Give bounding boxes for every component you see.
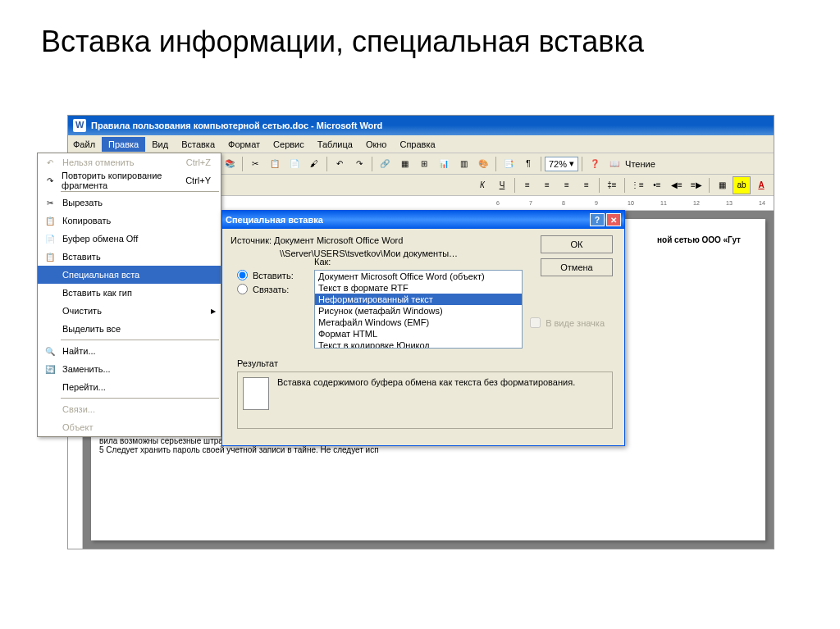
indent-inc-icon[interactable]: ≡▶ <box>687 176 705 194</box>
zoom-combo[interactable]: 72% ▾ <box>545 157 578 171</box>
excel-icon[interactable]: 📊 <box>435 155 453 173</box>
menu-file[interactable]: Файл <box>71 137 102 152</box>
cancel-button[interactable]: Отмена <box>541 258 613 276</box>
source-label: Источник: <box>231 235 272 245</box>
undo-icon: ↶ <box>41 154 59 171</box>
menu-select-all[interactable]: Выделить все <box>38 320 221 338</box>
list-item[interactable]: Документ Microsoft Office Word (объект) <box>315 271 522 282</box>
list-item[interactable]: Метафайл Windows (EMF) <box>315 317 522 328</box>
slide-title: Вставка информации, специальная вставка <box>0 0 840 75</box>
ok-button[interactable]: ОК <box>541 235 613 253</box>
dialog-help-button[interactable]: ? <box>590 213 605 226</box>
source-path: \\Server\USERS\tsvetkov\Мои документы… <box>280 248 458 258</box>
list-item[interactable]: Текст в формате RTF <box>315 282 522 294</box>
edit-menu-dropdown: ↶ Нельзя отменить Ctrl+Z ↷ Повторить коп… <box>37 153 221 437</box>
research-icon[interactable]: 📚 <box>221 155 239 173</box>
read-icon[interactable]: 📖 <box>605 155 623 173</box>
menu-clear[interactable]: Очистить ▶ <box>38 302 221 320</box>
help-icon[interactable]: ❓ <box>586 155 604 173</box>
hyperlink-icon[interactable]: 🔗 <box>376 155 394 173</box>
menubar: Файл Правка Вид Вставка Формат Сервис Та… <box>68 135 774 153</box>
redo-icon[interactable]: ↷ <box>350 155 368 173</box>
italic-icon[interactable]: К <box>473 176 491 194</box>
font-color-icon[interactable]: A <box>752 176 770 194</box>
align-center-icon[interactable]: ≡ <box>538 176 556 194</box>
titlebar: Правила пользования компьютерной сетью.d… <box>68 116 774 135</box>
menu-object: Объект <box>38 418 221 436</box>
result-text: Вставка содержимого буфера обмена как те… <box>277 377 575 387</box>
copy-icon: 📋 <box>41 212 59 229</box>
result-box: Вставка содержимого буфера обмена как те… <box>237 371 613 429</box>
numbering-icon[interactable]: ⋮≡ <box>628 176 646 194</box>
menu-window[interactable]: Окно <box>359 137 394 152</box>
source-value: Документ Microsoft Office Word <box>274 235 403 245</box>
format-painter-icon[interactable]: 🖌 <box>305 155 323 173</box>
bullets-icon[interactable]: •≡ <box>648 176 666 194</box>
drawing-icon[interactable]: 🎨 <box>474 155 492 173</box>
menu-undo: ↶ Нельзя отменить Ctrl+Z <box>38 153 221 171</box>
undo-icon[interactable]: ↶ <box>331 155 349 173</box>
copy-icon[interactable]: 📋 <box>266 155 284 173</box>
menu-find[interactable]: 🔍 Найти... <box>38 342 221 360</box>
word-icon <box>73 119 86 132</box>
borders-icon[interactable]: ▦ <box>713 176 731 194</box>
reading-label[interactable]: Чтение <box>625 159 655 169</box>
dialog-close-button[interactable]: ✕ <box>606 213 621 226</box>
menu-paste[interactable]: 📋 Вставить <box>38 248 221 266</box>
menu-replace[interactable]: 🔄 Заменить... <box>38 360 221 378</box>
menu-view[interactable]: Вид <box>145 137 175 152</box>
align-right-icon[interactable]: ≡ <box>558 176 576 194</box>
show-icon[interactable]: ¶ <box>519 155 537 173</box>
menu-cut[interactable]: ✂ Вырезать <box>38 194 221 212</box>
menu-redo[interactable]: ↷ Повторить копирование фрагмента Ctrl+Y <box>38 171 221 189</box>
radio-link[interactable]: Связать: <box>237 284 294 294</box>
as-label: Как: <box>314 257 331 267</box>
paste-icon[interactable]: 📄 <box>285 155 304 173</box>
menu-format[interactable]: Формат <box>221 137 267 152</box>
paste-icon: 📋 <box>41 248 59 265</box>
result-label: Результат <box>237 358 278 368</box>
clipboard-icon: 📄 <box>41 230 59 247</box>
menu-copy[interactable]: 📋 Копировать <box>38 212 221 230</box>
highlight-icon[interactable]: ab <box>733 176 751 194</box>
align-left-icon[interactable]: ≡ <box>518 176 536 194</box>
list-item[interactable]: Неформатированный текст <box>315 294 522 305</box>
indent-dec-icon[interactable]: ◀≡ <box>668 176 686 194</box>
find-icon: 🔍 <box>41 343 59 359</box>
menu-clipboard[interactable]: 📄 Буфер обмена Off <box>38 230 221 248</box>
dialog-titlebar: Специальная вставка ? ✕ <box>222 211 624 229</box>
menu-insert[interactable]: Вставка <box>175 137 221 152</box>
list-item[interactable]: Рисунок (метафайл Windows) <box>315 305 522 317</box>
menu-table[interactable]: Таблица <box>311 137 359 152</box>
window-title: Правила пользования компьютерной сетью.d… <box>91 121 382 130</box>
list-item[interactable]: Текст в кодировке Юникод <box>315 340 522 349</box>
menu-goto[interactable]: Перейти... <box>38 378 221 396</box>
columns-icon[interactable]: ▥ <box>454 155 472 173</box>
replace-icon: 🔄 <box>41 361 59 377</box>
menu-paste-as[interactable]: Вставить как гип <box>38 284 221 302</box>
justify-icon[interactable]: ≡ <box>578 176 596 194</box>
menu-paste-special[interactable]: Специальная вста <box>38 266 221 284</box>
menu-links: Связи... <box>38 400 221 418</box>
menu-help[interactable]: Справка <box>393 137 441 152</box>
redo-icon: ↷ <box>41 172 58 189</box>
tables-icon[interactable]: ▦ <box>395 155 413 173</box>
line-spacing-icon[interactable]: ‡≡ <box>603 176 621 194</box>
paste-special-dialog: Специальная вставка ? ✕ Источник: Докуме… <box>221 210 625 446</box>
docmap-icon[interactable]: 📑 <box>500 155 518 173</box>
underline-icon[interactable]: Ч <box>493 176 511 194</box>
result-icon <box>243 377 269 410</box>
menu-tools[interactable]: Сервис <box>267 137 311 152</box>
list-item[interactable]: Формат HTML <box>315 328 522 340</box>
table-icon[interactable]: ⊞ <box>415 155 433 173</box>
format-listbox[interactable]: Документ Microsoft Office Word (объект) … <box>314 270 523 349</box>
cut-icon[interactable]: ✂ <box>246 155 264 173</box>
menu-edit[interactable]: Правка <box>102 137 145 152</box>
as-icon-checkbox: В виде значка <box>530 317 605 328</box>
cut-icon: ✂ <box>41 194 59 211</box>
radio-paste[interactable]: Вставить: <box>237 270 294 280</box>
